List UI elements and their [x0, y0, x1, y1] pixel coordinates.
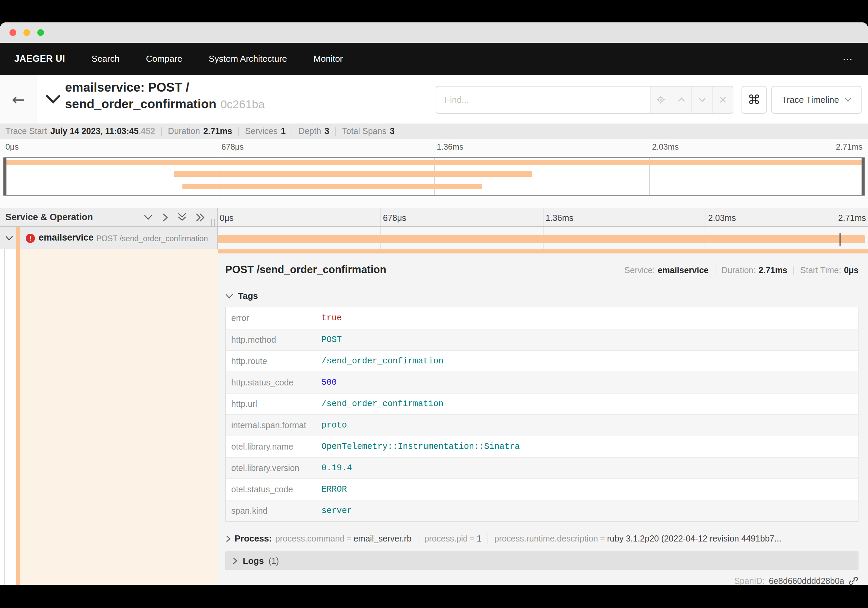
jaeger-logo[interactable]: JAEGER UI [14, 54, 65, 64]
span-operation-name: POST /send_order_confirmation [96, 234, 208, 243]
divider [715, 266, 715, 275]
back-button[interactable]: ← [0, 75, 37, 123]
nav-item-search[interactable]: Search [91, 54, 119, 64]
chevron-down-icon [225, 294, 233, 299]
zoom-window-icon[interactable] [37, 29, 44, 36]
divider [291, 127, 292, 136]
tag-key: otel.status_code [226, 485, 321, 494]
detail-meta-duration-: Duration:2.71ms [722, 265, 787, 275]
close-window-icon[interactable] [9, 29, 16, 36]
overflow-menu-icon[interactable]: ⋯ [843, 53, 854, 65]
minimap-canvas[interactable] [3, 157, 865, 196]
minimap-span-bar [3, 160, 865, 165]
meta-value: 3 [390, 126, 395, 136]
tag-key: http.url [226, 399, 321, 409]
clear-find-icon[interactable] [712, 87, 733, 113]
chevron-right-icon [232, 557, 238, 565]
minimize-window-icon[interactable] [23, 29, 30, 36]
minimap-tick-label: 678μs [222, 142, 244, 152]
chevron-right-icon [225, 535, 231, 543]
find-next-button[interactable] [691, 87, 712, 113]
back-arrow-icon: ← [12, 90, 25, 109]
trace-id: 0c261ba [220, 98, 265, 110]
trace-meta-services: Services1 [245, 126, 286, 136]
meta-label: Trace Start [5, 126, 47, 136]
deep-link-icon[interactable] [848, 576, 859, 585]
minimap-tick-label: 1.36ms [437, 142, 463, 152]
top-navbar: JAEGER UI SearchCompareSystem Architectu… [0, 43, 868, 75]
divider [239, 127, 239, 136]
app-window: JAEGER UI SearchCompareSystem Architectu… [0, 22, 868, 585]
tag-value: 0.19.4 [321, 463, 352, 473]
span-detail-accent-bar [218, 249, 868, 253]
span-indent-gutter [0, 249, 218, 585]
timeline-header: 0μs678μs1.36ms2.03ms2.71ms [218, 208, 868, 226]
column-resize-grip[interactable] [211, 219, 215, 225]
tag-row-span-kind: span.kindserver [226, 500, 858, 521]
collapse-span-icon[interactable] [5, 235, 14, 241]
minimap-span-bar [174, 171, 532, 177]
logs-section-toggle[interactable]: Logs (1) [225, 551, 859, 570]
find-input[interactable] [436, 87, 650, 113]
tags-section-toggle[interactable]: Tags [225, 291, 859, 301]
tag-value: true [321, 313, 342, 323]
collapse-all-icon[interactable] [177, 213, 187, 222]
keyboard-shortcuts-button[interactable]: ⌘ [741, 86, 767, 114]
trace-page-header: ← emailservice: POST / send_order_confir… [0, 75, 868, 123]
tags-table: errortruehttp.methodPOSThttp.route/send_… [225, 307, 859, 522]
tag-value: /send_order_confirmation [321, 356, 443, 366]
tag-row-internal-span-format: internal.span.formatproto [226, 414, 858, 435]
collapse-trace-title-icon[interactable] [45, 94, 61, 106]
tags-section-label: Tags [238, 291, 258, 301]
span-row-timeline-cell [218, 227, 868, 249]
macos-titlebar [0, 22, 868, 43]
expand-all-icon[interactable] [195, 213, 206, 222]
collapse-one-level-icon[interactable] [143, 214, 153, 221]
meta-value: 1 [281, 126, 286, 136]
trace-title: emailservice: POST / send_order_confirma… [65, 79, 265, 113]
process-value: 1 [477, 534, 482, 543]
process-key: process.pid [425, 534, 468, 543]
timeline-tick-label: 1.36ms [546, 213, 574, 223]
minimap-tick-label: 2.71ms [836, 142, 863, 152]
trace-title-line1: emailservice: POST / [65, 81, 189, 94]
timeline-tick-label: 2.71ms [838, 213, 866, 223]
timeline-minimap: 0μs678μs1.36ms2.03ms2.71ms [0, 139, 868, 208]
trace-view-selector[interactable]: Trace Timeline [771, 86, 862, 114]
span-indent-tint [20, 249, 218, 585]
divider [418, 534, 418, 544]
span-row-service-cell[interactable]: ! emailservice POST /send_order_confirma… [0, 227, 218, 249]
divider [225, 283, 859, 283]
tag-value: OpenTelemetry::Instrumentation::Sinatra [321, 442, 520, 452]
trace-view-selector-label: Trace Timeline [781, 95, 839, 105]
find-prev-button[interactable] [671, 87, 691, 113]
minimap-left-scrubber-handle[interactable] [3, 158, 6, 195]
equals-sign: = [470, 534, 475, 543]
meta-value: 3 [324, 126, 329, 136]
tag-row-http-method: http.methodPOST [226, 329, 858, 350]
meta-label: Depth [298, 126, 321, 136]
nav-item-system-architecture[interactable]: System Architecture [209, 54, 287, 64]
span-detail-panel: POST /send_order_confirmation Service:em… [218, 249, 868, 585]
process-value: email_server.rb [353, 534, 412, 543]
locate-button[interactable] [650, 87, 671, 113]
expand-one-level-icon[interactable] [161, 213, 169, 222]
divider [794, 266, 794, 275]
tag-row-otel-library-version: otel.library.version0.19.4 [226, 457, 858, 478]
nav-item-compare[interactable]: Compare [146, 54, 182, 64]
minimap-right-scrubber-handle[interactable] [862, 158, 865, 195]
meta-label: Total Spans [342, 126, 386, 136]
span-log-marker[interactable] [840, 233, 840, 246]
tag-value: /send_order_confirmation [321, 399, 443, 409]
chevron-down-icon [845, 97, 851, 102]
process-section-toggle[interactable]: Process: process.command=email_server.rb… [225, 533, 859, 544]
span-duration-bar[interactable] [218, 235, 865, 243]
trace-meta-depth: Depth3 [298, 126, 329, 136]
span-id-label: SpanID: [734, 576, 764, 585]
detail-meta-value: emailservice [658, 265, 708, 275]
error-icon: ! [26, 234, 35, 243]
nav-item-monitor[interactable]: Monitor [314, 54, 343, 64]
detail-meta-value: 2.71ms [758, 265, 787, 275]
trace-meta-trace-start: Trace StartJuly 14 2023, 11:03:45.452 [5, 126, 155, 136]
tag-row-error: errortrue [226, 307, 858, 329]
